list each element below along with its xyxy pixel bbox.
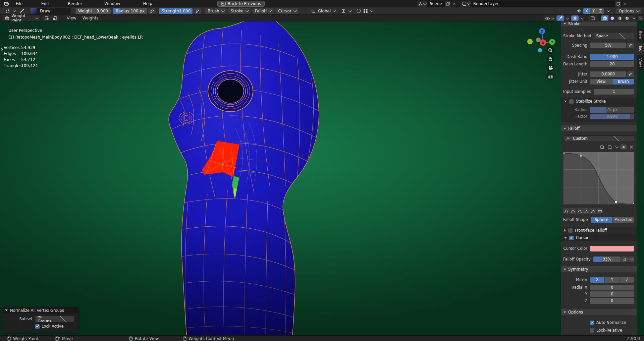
curve-point[interactable] [580,155,582,157]
falloff-preset-dropdown[interactable]: Custom [563,135,634,142]
falloff-popover[interactable]: Falloff [252,8,274,14]
jitter-pressure-toggle[interactable] [627,71,634,77]
tab-item[interactable]: Item [637,28,644,42]
renderlayer-name[interactable]: RenderLayer [471,1,615,6]
proportional-editing-dropdown[interactable] [355,8,374,14]
symmetry-z[interactable]: Z [620,277,634,283]
camera-view-button[interactable] [546,64,554,72]
curve-point-selected[interactable] [615,201,617,203]
mode-dropdown[interactable]: Weight Paint [3,15,40,21]
radius-pressure-toggle[interactable] [148,8,156,14]
jitter-unit-view[interactable]: View [590,79,612,84]
falloff-shape-sphere[interactable]: Sphere [591,217,613,223]
brush-name-field[interactable]: Draw [37,8,71,14]
operator-panel-header[interactable]: Normalize All Vertex Groups [2,307,78,314]
brush-icon[interactable] [18,8,26,13]
jitter-slider[interactable]: 0.0000 [590,71,626,77]
pan-view-button[interactable] [546,55,554,63]
overlays-dropdown[interactable] [579,15,584,21]
unlink-scene-button[interactable] [451,1,458,7]
auto-normalize-checkbox[interactable] [590,321,594,325]
radius-slider[interactable]: Radius100 px [113,8,147,14]
stabilize-stroke-header[interactable]: Stabilize Stroke [561,98,637,105]
strength-pressure-toggle[interactable] [194,8,201,14]
jitter-unit-brush[interactable]: Brush [612,79,635,84]
object-visibility-dropdown[interactable] [544,15,555,21]
blender-logo-icon[interactable] [3,1,9,6]
weights-menu[interactable]: Weights [79,16,101,20]
tab-view[interactable]: View [637,56,644,70]
stroke-popover[interactable]: Stroke [228,8,251,14]
spacing-slider[interactable]: 5% [590,43,626,48]
spacing-pressure-toggle[interactable] [627,43,634,48]
lock-relative-checkbox[interactable] [590,328,594,333]
menu-render[interactable]: Render [63,0,87,7]
face-mask-toggle[interactable] [43,15,51,21]
overlays-toggle[interactable] [571,15,579,21]
snapping-dropdown[interactable] [340,8,352,14]
front-face-falloff-header[interactable]: Front-face Falloff [561,227,637,234]
menu-help[interactable]: Help [138,0,157,7]
input-samples-field[interactable]: 1 [594,89,634,95]
preset-sphere-button[interactable] [570,208,576,214]
symmetry-x[interactable]: X [590,277,605,283]
falloff-curve-widget[interactable] [563,152,634,205]
radial-x-field[interactable]: 0 [590,285,634,290]
preset-linear-button[interactable] [590,208,596,214]
curve-options-dropdown[interactable] [615,145,619,148]
zoom-in-icon[interactable] [600,145,604,150]
zoom-out-icon[interactable] [607,145,612,150]
mirror-z-toggle[interactable]: Z [597,8,604,14]
remove-renderlayer-button[interactable] [622,1,628,7]
radial-z-field[interactable]: 0 [590,298,634,304]
preset-smooth-button[interactable] [563,208,570,214]
cursor-panel-header[interactable]: Cursor [561,234,637,241]
preset-constant-button[interactable] [597,208,603,214]
vertex-mask-toggle[interactable] [51,15,59,21]
options-panel-header[interactable]: Options [561,309,637,315]
curve-clipping-button[interactable] [621,145,627,150]
gizmo-neg-y-ball[interactable] [527,39,533,44]
symmetry-panel-header[interactable]: Symmetry [561,266,637,272]
falloff-shape-projected[interactable]: Projected [612,217,634,223]
weight-slider[interactable]: Weight0.000 [75,8,111,14]
dash-length-field[interactable]: 20 [590,61,634,67]
gizmo-neg-z-ball[interactable] [536,38,541,42]
cursor-checkbox[interactable] [569,236,574,240]
xray-toggle[interactable] [589,15,597,21]
preset-root-button[interactable] [577,208,583,214]
options-popover[interactable]: Options [616,8,641,14]
mirror-x-toggle[interactable]: X [583,8,590,14]
stroke-panel-header[interactable]: Stroke [561,21,637,26]
panel-grip[interactable] [629,311,634,313]
cursor-color-swatch[interactable] [590,246,634,251]
preset-sharp-button[interactable] [583,208,590,214]
front-face-falloff-checkbox[interactable] [568,228,573,233]
brush-override-button[interactable] [621,257,628,262]
scene-browse-button[interactable] [417,1,427,7]
back-to-previous-button[interactable]: Back to Previous [217,1,265,7]
stabilize-radius-slider[interactable]: 75 px [590,107,634,113]
perspective-toggle-button[interactable] [546,72,554,80]
panel-grip[interactable] [629,269,634,270]
delete-point-icon[interactable] [630,145,633,149]
gizmos-toggle[interactable] [556,15,564,21]
radial-y-field[interactable]: 0 [590,291,634,297]
gizmo-neg-x-ball[interactable] [538,48,542,52]
stabilize-factor-slider[interactable]: 0.900 [590,114,634,119]
wireframe-shading-button[interactable] [601,15,608,21]
solid-shading-button[interactable] [608,15,616,21]
menu-window[interactable]: Window [100,0,125,7]
cursor-popover[interactable]: Cursor [275,8,298,14]
mirror-y-toggle[interactable]: Y [590,8,597,14]
brush-thumbnail[interactable] [31,8,37,14]
lock-active-checkbox[interactable] [35,324,40,329]
menu-edit[interactable]: Edit [37,0,54,7]
symmetry-y[interactable]: Y [605,277,620,283]
dash-ratio-slider[interactable]: 1.000 [590,54,634,60]
zoom-view-button[interactable] [546,46,554,54]
viewport-3d[interactable]: User Perspective (1) RetopoMesh_MainBody… [0,21,644,335]
strength-slider[interactable]: Strength1.000 [159,8,193,14]
material-shading-button[interactable] [616,15,623,21]
transform-orientation-dropdown[interactable]: Global [309,8,338,14]
